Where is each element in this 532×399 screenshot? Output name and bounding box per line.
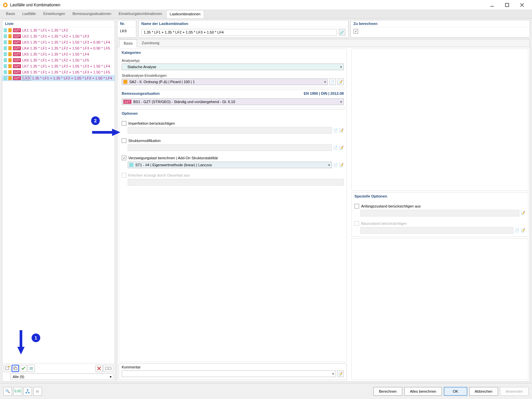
gzt-tag: GZT: [13, 64, 21, 68]
imperfection-new-button[interactable]: 📄: [333, 128, 338, 133]
calc-checkbox[interactable]: [353, 29, 358, 34]
gzt-tag: GZT: [123, 100, 131, 104]
settings-button[interactable]: [28, 365, 35, 372]
strukturmod-edit-button[interactable]: 📝: [339, 146, 344, 150]
subtab-basis[interactable]: Basis: [119, 39, 137, 47]
chevron-down-icon: ▾: [328, 163, 330, 167]
lk-expr: 1.35 * LF1 + 1.35 * LF2: [30, 28, 68, 32]
special-options-header: Spezielle Optionen: [352, 193, 528, 200]
view-mode-button[interactable]: [103, 365, 113, 372]
color-chip-icon: [8, 34, 12, 38]
kommentar-edit-button[interactable]: 📝: [337, 370, 344, 377]
color-chip-icon: [8, 70, 12, 74]
maximize-button[interactable]: [499, 0, 514, 10]
anfang-checkbox[interactable]: [354, 204, 359, 208]
tab-einwirkungen[interactable]: Einwirkungen: [40, 10, 68, 18]
analysetyp-label: Analysetyp: [122, 59, 344, 63]
strukturmod-select: [128, 144, 332, 151]
list-item[interactable]: GZTLK61.35 * LF1 + 1.35 * LF2 + 1.50 * L…: [2, 57, 115, 63]
kommentar-label: Kommentar: [122, 365, 344, 369]
statik-select[interactable]: SA2 - II. Ordnung (P-Δ) | Picard | 100 |…: [122, 78, 328, 85]
imperfection-edit-button[interactable]: 📝: [339, 128, 344, 133]
list-pane: Liste GZTLK11.35 * LF1 + 1.35 * LF2GZTLK…: [2, 20, 115, 382]
tab-basis[interactable]: Basis: [3, 10, 18, 18]
list-item[interactable]: GZTLK51.35 * LF1 + 1.35 * LF2 + 1.50 * L…: [2, 51, 115, 57]
list-item[interactable]: GZTLK41.35 * LF1 + 1.35 * LF2 + 1.50 * L…: [2, 45, 115, 51]
statik-label: Statikanalyse-Einstellungen: [122, 73, 344, 77]
imperfection-select: [128, 127, 332, 134]
color-chip-icon: [129, 163, 133, 167]
alles-berechnen-button[interactable]: Alles berechnen: [404, 387, 442, 396]
verzweigung-select[interactable]: ST1 - #4 | Eigenwertmethode (linear) | L…: [128, 162, 332, 168]
verzweigung-new-button[interactable]: 📄: [333, 163, 338, 167]
situation-select[interactable]: GZT BS1 - GZT (STR/GEO) - Ständig und vo…: [122, 98, 344, 105]
footer-units-button[interactable]: 0.00: [13, 387, 22, 396]
tab-lastfaelle[interactable]: Lastfälle: [19, 10, 39, 18]
kriechen-label: Kriechen erzeugt durch Dauerlast aus: [128, 173, 190, 177]
lk-expr: 1.35 * LF1 + 1.35 * LF2 + 1.05 * LF3 + 1…: [30, 64, 110, 68]
nr-value: LK9: [117, 27, 136, 35]
tab-lastkomb[interactable]: Lastkombinationen: [166, 10, 204, 18]
kommentar-input[interactable]: ▾: [122, 370, 336, 377]
new-statik-button[interactable]: 📄: [329, 78, 336, 85]
special-options-group: Spezielle Optionen Anfangszustand berück…: [351, 192, 528, 237]
strukturmod-new-button[interactable]: 📄: [333, 146, 338, 150]
color-chip-icon: [4, 76, 7, 80]
minimize-button[interactable]: [484, 0, 499, 10]
anfang-edit-button[interactable]: 📝: [521, 211, 525, 215]
new-item-button[interactable]: ★: [4, 365, 11, 372]
lk-id: LK4: [22, 46, 29, 50]
close-button[interactable]: [514, 0, 529, 10]
footer-tree-button[interactable]: [23, 387, 32, 396]
lk-expr: 1.35 * LF1 + 1.35 * LF2 + 1.50 * LF3: [30, 34, 89, 38]
list-item[interactable]: GZTLK11.35 * LF1 + 1.35 * LF2: [2, 27, 115, 33]
verzweigung-checkbox[interactable]: [122, 156, 126, 160]
main-tabs: Basis Lastfälle Einwirkungen Bemessungss…: [0, 10, 532, 19]
kategorien-group: Kategorien Analysetyp Statische Analyse …: [119, 49, 347, 88]
analysetyp-value: Statische Analyse: [127, 65, 156, 69]
annotation-arrow-2: [90, 127, 124, 137]
berechnen-button[interactable]: Berechnen: [373, 387, 402, 396]
abbrechen-button[interactable]: Abbrechen: [469, 387, 498, 396]
lk-expr: 1.35 * LF1 + 1.35 * LF2 + 1.05 * LF3 + 1…: [30, 70, 110, 74]
filter-combo[interactable]: Alle (9) ▾: [10, 373, 113, 380]
situation-norm[interactable]: EN 1990 | DIN | 2012-08: [304, 91, 344, 95]
list-item[interactable]: GZTLK91.35 * LF1 + 1.35 * LF2 + 1.05 * L…: [2, 75, 115, 81]
lk-id: LK5: [22, 52, 29, 56]
calc-label: Zu berechnen: [351, 20, 530, 27]
analysetyp-select[interactable]: Statische Analyse ▾: [122, 64, 344, 70]
situation-label: Bemessungssituation: [122, 91, 160, 95]
lk-list[interactable]: GZTLK11.35 * LF1 + 1.35 * LF2GZTLK21.35 …: [2, 27, 115, 363]
ok-button[interactable]: OK: [444, 387, 467, 396]
list-item[interactable]: GZTLK81.35 * LF1 + 1.35 * LF2 + 1.05 * L…: [2, 69, 115, 75]
chevron-down-icon: ▾: [110, 375, 112, 379]
anwenden-button[interactable]: Anwenden: [500, 387, 529, 396]
list-item[interactable]: GZTLK71.35 * LF1 + 1.35 * LF2 + 1.05 * L…: [2, 63, 115, 69]
check-button[interactable]: [20, 365, 27, 372]
copy-item-button[interactable]: [12, 365, 19, 372]
strukturmod-checkbox[interactable]: [122, 138, 126, 143]
bauzustand-new-button[interactable]: 📄: [515, 228, 519, 232]
tab-einwirkungskomb[interactable]: Einwirkungskombinationen: [115, 10, 166, 18]
imperfection-checkbox[interactable]: [122, 121, 126, 126]
footer-fx-button[interactable]: fx: [33, 387, 42, 396]
list-item[interactable]: GZTLK31.35 * LF1 + 1.35 * LF2 + 1.50 * L…: [2, 39, 115, 45]
color-chip-icon: [8, 58, 12, 62]
edit-statik-button[interactable]: 📝: [337, 78, 344, 85]
bauzustand-edit-button[interactable]: 📝: [521, 228, 525, 232]
lk-id: LK7: [22, 64, 29, 68]
edit-name-button[interactable]: [339, 29, 345, 36]
bauzustand-checkbox: [354, 221, 359, 226]
tab-bemessung[interactable]: Bemessungssituationen: [69, 10, 115, 18]
name-input[interactable]: [141, 29, 337, 36]
footer-search-button[interactable]: 🔍: [3, 387, 12, 396]
color-chip-icon: [8, 46, 12, 50]
sub-tabs: Basis Zuordnung: [117, 39, 530, 47]
subtab-zuordnung[interactable]: Zuordnung: [138, 39, 163, 47]
gzt-tag: GZT: [13, 28, 21, 32]
nr-label: Nr.: [117, 20, 136, 27]
delete-button[interactable]: [95, 365, 103, 372]
color-chip-icon: [4, 64, 7, 68]
verzweigung-edit-button[interactable]: 📝: [339, 163, 344, 167]
list-item[interactable]: GZTLK21.35 * LF1 + 1.35 * LF2 + 1.50 * L…: [2, 33, 115, 39]
